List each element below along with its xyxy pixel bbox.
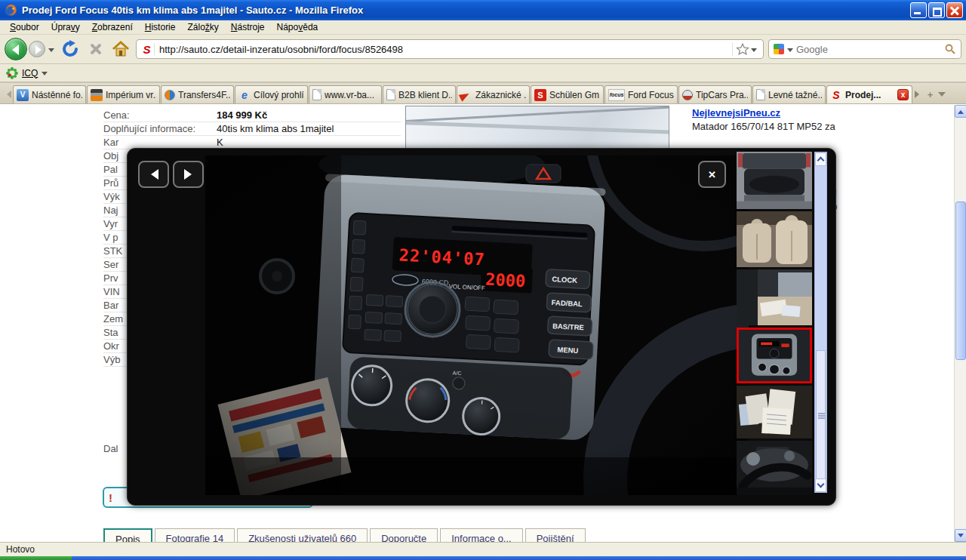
tab-levne[interactable]: Levné tažné... — [752, 85, 826, 103]
tab-scroll-left-icon[interactable] — [2, 85, 13, 103]
tab-strip: VNástěnné fo... Impérium vr... Transfers… — [0, 83, 966, 104]
menu-bar: Soubor Úpravy Zobrazení Historie Záložky… — [0, 20, 966, 35]
windows-taskbar — [0, 556, 966, 560]
google-icon — [774, 44, 784, 54]
thumbnail-photo-open-trunk[interactable] — [737, 152, 812, 209]
previous-photo-button[interactable] — [138, 161, 169, 188]
detail-row-info: Doplňující informace:40tis km klima abs … — [103, 122, 401, 136]
bookmark-dropdown-icon[interactable] — [751, 48, 757, 55]
menu-zobrazeni[interactable]: Zobrazení — [87, 21, 138, 33]
thumbnails-scroll-up-icon[interactable] — [815, 152, 826, 166]
tab-cilovy[interactable]: eCílový prohlí... — [235, 85, 308, 103]
page-scrollbar[interactable] — [954, 105, 966, 542]
thumbnails-scrollbar-thumb[interactable] — [816, 350, 826, 480]
magnifier-icon[interactable] — [944, 43, 956, 55]
scroll-down-icon[interactable] — [955, 529, 966, 542]
stop-icon[interactable] — [88, 41, 104, 57]
more-label: Dal — [103, 443, 118, 454]
tab-fordfocus[interactable]: focusFord Focus ... — [605, 85, 678, 103]
firefox-logo-icon — [5, 4, 17, 17]
tab-close-icon[interactable]: x — [897, 89, 909, 100]
status-text: Hotovo — [6, 544, 35, 555]
tab-prodej-active[interactable]: SProdej...x — [826, 85, 912, 103]
tab-transfers[interactable]: Transfers4F... — [161, 85, 234, 103]
v-app-icon: V — [17, 89, 29, 101]
search-engine-dropdown-icon[interactable] — [787, 48, 793, 55]
back-button[interactable] — [5, 38, 27, 60]
tipcars-icon — [682, 90, 693, 100]
refresh-icon[interactable] — [62, 40, 80, 58]
left-arrow-icon — [146, 169, 158, 180]
stripes-icon — [91, 89, 103, 101]
ad-text: Matador 165/70/14 81T MP52 za — [692, 121, 835, 132]
grip-icon — [818, 413, 825, 414]
home-icon[interactable] — [112, 40, 130, 58]
address-bar[interactable]: S — [136, 39, 764, 59]
url-input[interactable] — [159, 44, 732, 55]
page-icon — [312, 89, 321, 100]
tab-schulen[interactable]: SSchülen Gm... — [531, 85, 604, 103]
scroll-up-icon[interactable] — [955, 105, 966, 118]
focus-logo-icon: focus — [608, 89, 625, 101]
ad-link[interactable]: NejlevnejsiPneu.cz — [692, 107, 780, 118]
list-all-tabs-icon[interactable] — [936, 85, 947, 103]
minimize-button[interactable] — [910, 2, 927, 18]
close-button[interactable] — [946, 2, 963, 18]
thumbnail-photo-radio-console-selected[interactable] — [737, 328, 812, 383]
menu-nastroje[interactable]: Nástroje — [226, 21, 270, 33]
listing-main-photo[interactable] — [405, 106, 669, 149]
scrollbar-thumb[interactable] — [955, 202, 966, 360]
sidebar-ad: NejlevnejsiPneu.cz Matador 165/70/14 81T… — [692, 107, 835, 132]
search-box[interactable] — [768, 39, 961, 59]
tab-vrba[interactable]: www.vr-ba... — [309, 85, 382, 103]
thumbnail-scrollbar[interactable] — [814, 152, 827, 493]
navigation-toolbar: S — [0, 35, 966, 64]
thumbnail-list — [737, 152, 812, 495]
right-arrow-icon — [184, 169, 197, 180]
menu-soubor[interactable]: Soubor — [5, 21, 45, 33]
status-bar: Hotovo — [0, 542, 966, 556]
tab-scroll-right-icon[interactable] — [913, 85, 924, 103]
window-title: Prodej Ford Focus 40tis km klima abs 1ma… — [22, 5, 910, 16]
close-x-icon: ✕ — [708, 169, 716, 180]
new-tab-icon[interactable]: + — [924, 85, 936, 103]
ie-icon: e — [238, 89, 251, 101]
forward-button[interactable] — [29, 41, 45, 57]
s-red-icon: S — [534, 89, 546, 101]
thumbnail-photo-rear-seats[interactable] — [737, 211, 812, 267]
tab-imperium[interactable]: Impérium vr... — [87, 85, 160, 103]
menu-historie[interactable]: Historie — [140, 21, 181, 33]
detail-row-cena: Cena:184 999 Kč — [103, 109, 401, 122]
icq-dropdown-icon[interactable] — [42, 72, 48, 78]
history-dropdown-icon[interactable] — [48, 48, 54, 55]
tab-tipcars[interactable]: TipCars Pra... — [678, 85, 752, 103]
menu-napoveda[interactable]: Nápověda — [272, 21, 324, 33]
thumbnail-photo-interior-papers[interactable] — [737, 269, 812, 325]
tab-zakaznicke[interactable]: Zákaznické ... — [457, 85, 530, 103]
photo-lightbox: 22'04'07 2000 6000 CD VOL ON/OFF — [127, 148, 836, 506]
icq-flower-icon — [6, 67, 18, 79]
lightbox-close-button[interactable]: ✕ — [698, 161, 726, 188]
menu-upravy[interactable]: Úpravy — [46, 21, 85, 33]
tab-b2b[interactable]: B2B klient D... — [383, 85, 456, 103]
menu-zalozky[interactable]: Záložky — [182, 21, 223, 33]
page-icon — [756, 89, 765, 100]
thumbnail-photo-engine-bay[interactable] — [737, 441, 812, 495]
bookmark-star-icon[interactable] — [736, 42, 749, 56]
page-icon — [386, 89, 395, 100]
tab-nastenne[interactable]: VNástěnné fo... — [13, 85, 86, 103]
icq-menu-label[interactable]: ICQ — [22, 68, 38, 78]
restore-button[interactable] — [928, 2, 945, 18]
sauto-icon: S — [830, 89, 842, 101]
next-photo-button[interactable] — [173, 161, 204, 188]
thumbnail-photo-documents[interactable] — [737, 386, 812, 438]
search-input[interactable] — [796, 44, 944, 55]
start-button[interactable] — [0, 556, 72, 560]
exclamation-icon: ! — [109, 491, 112, 504]
window-titlebar: Prodej Ford Focus 40tis km klima abs 1ma… — [0, 0, 966, 20]
paper-plane-icon — [460, 89, 472, 101]
lightbox-photo: 22'04'07 2000 6000 CD VOL ON/OFF — [205, 155, 749, 495]
sauto-favicon: S — [140, 43, 155, 56]
thumbnails-scroll-down-icon[interactable] — [815, 478, 826, 492]
icq-toolbar: ICQ — [0, 64, 966, 83]
